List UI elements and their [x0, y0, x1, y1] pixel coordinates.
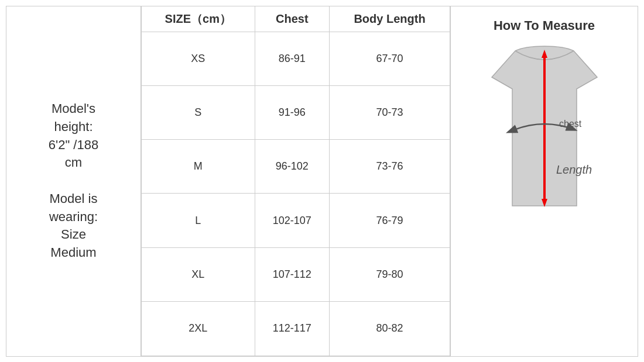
table-row: XS86-9167-70 [142, 32, 450, 85]
main-container: Model'sheight:6'2" /188cmModel iswearing… [6, 6, 638, 357]
model-info-panel: Model'sheight:6'2" /188cmModel iswearing… [6, 6, 141, 356]
cell-size: 2XL [142, 302, 255, 356]
tshirt-svg: chest Length [474, 45, 615, 215]
col-header-size: SIZE（cm） [142, 6, 255, 32]
table-row: S91-9670-73 [142, 85, 450, 139]
table-row: M96-10273-76 [142, 140, 450, 194]
table-row: XL107-11279-80 [142, 247, 450, 301]
cell-chest: 107-112 [255, 247, 329, 301]
cell-chest: 96-102 [255, 140, 329, 194]
table-row: L102-10776-79 [142, 194, 450, 247]
size-table-section: SIZE（cm） Chest Body Length XS86-9167-70S… [141, 6, 450, 356]
col-header-chest: Chest [255, 6, 329, 32]
svg-text:Length: Length [556, 163, 592, 176]
svg-text:chest: chest [559, 119, 582, 129]
size-table: SIZE（cm） Chest Body Length XS86-9167-70S… [141, 6, 450, 356]
model-info-text: Model'sheight:6'2" /188cmModel iswearing… [49, 100, 98, 262]
cell-body-length: 76-79 [330, 194, 450, 247]
col-header-body-length: Body Length [330, 6, 450, 32]
cell-chest: 102-107 [255, 194, 329, 247]
cell-body-length: 79-80 [330, 247, 450, 301]
cell-body-length: 70-73 [330, 85, 450, 139]
illustration-panel: How To Measure [450, 6, 638, 356]
cell-body-length: 67-70 [330, 32, 450, 85]
cell-size: S [142, 85, 255, 139]
cell-body-length: 73-76 [330, 140, 450, 194]
cell-size: L [142, 194, 255, 247]
how-to-measure-title: How To Measure [494, 18, 595, 33]
cell-chest: 91-96 [255, 85, 329, 139]
cell-size: XL [142, 247, 255, 301]
cell-size: XS [142, 32, 255, 85]
cell-chest: 86-91 [255, 32, 329, 85]
cell-body-length: 80-82 [330, 302, 450, 356]
cell-chest: 112-117 [255, 302, 329, 356]
cell-size: M [142, 140, 255, 194]
tshirt-illustration: chest Length [474, 45, 615, 220]
table-row: 2XL112-11780-82 [142, 302, 450, 356]
